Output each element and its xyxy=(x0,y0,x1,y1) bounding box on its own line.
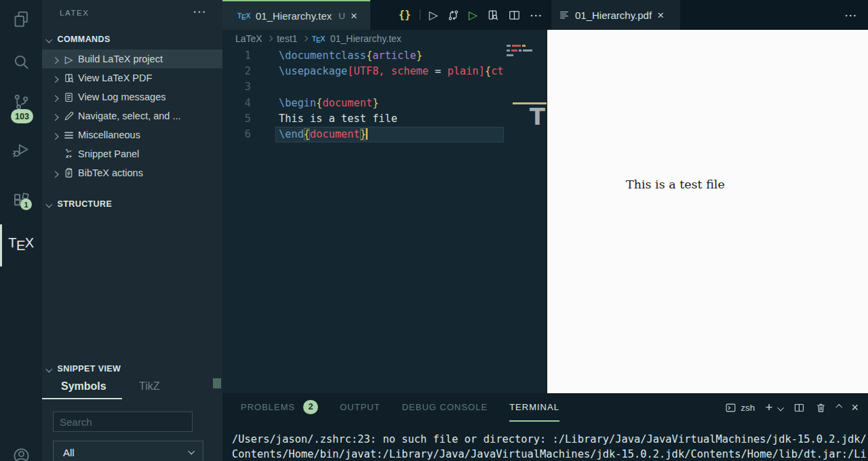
line-number: 5 xyxy=(222,111,251,127)
command-label: Navigate, select, and ... xyxy=(78,111,181,121)
pdf-tab-bar: 01_Hierarchy.pdf × ⋯ xyxy=(547,0,868,30)
active-view-indicator xyxy=(0,224,2,266)
filter-value: All xyxy=(63,447,75,458)
more-actions-icon[interactable]: ⋯ xyxy=(844,0,857,30)
line-number: 6 xyxy=(222,127,251,142)
chevron-right-icon xyxy=(52,133,58,139)
section-snippet-view-label: SNIPPET VIEW xyxy=(58,364,121,374)
run-outline-icon[interactable]: ▷ xyxy=(429,8,438,22)
commands-list: ▷Build LaTeX projectView LaTeX PDFView L… xyxy=(42,49,222,182)
code-line-1[interactable]: 1\documentclass{article} xyxy=(222,48,547,64)
activity-explorer[interactable] xyxy=(0,4,42,37)
command-label: View LaTeX PDF xyxy=(78,73,152,83)
view-pdf-icon[interactable] xyxy=(486,9,499,22)
bottom-panel: PROBLEMS2OUTPUTDEBUG CONSOLETERMINAL zsh… xyxy=(222,393,868,461)
bibtex-icon xyxy=(60,167,78,179)
chevron-right-icon xyxy=(52,114,58,120)
more-actions-icon[interactable]: ⋯ xyxy=(530,7,542,23)
command-item-navigate-select-and[interactable]: Navigate, select, and ... xyxy=(42,106,222,125)
section-commands[interactable]: COMMANDS xyxy=(42,32,222,47)
panel-tab-problems[interactable]: PROBLEMS2 xyxy=(241,393,318,422)
command-item-build-latex-project[interactable]: ▷Build LaTeX project xyxy=(42,49,222,68)
terminal-output[interactable]: /Users/jason/.zshrc:23: no such file or … xyxy=(232,433,867,461)
new-terminal-icon[interactable]: + xyxy=(765,400,772,415)
snippet-filter-dropdown[interactable]: All xyxy=(53,441,203,461)
code-line-5[interactable]: 5This is a test file xyxy=(222,111,547,127)
tab-01-hierarchy-tex[interactable]: TEX 01_Hierarchy.tex U × xyxy=(222,0,370,30)
activity-search[interactable] xyxy=(0,47,42,79)
line-content xyxy=(279,79,285,95)
code-editor[interactable]: 1\documentclass{article}2\usepackage[UTF… xyxy=(222,48,547,142)
account-icon[interactable] xyxy=(0,439,42,461)
terminal-line: Contents/Home/bin/javat:/Library/Java/Ja… xyxy=(232,447,867,461)
terminal-icon xyxy=(725,402,736,414)
active-tab-underline xyxy=(42,398,122,399)
pdf-page[interactable]: This is a test file xyxy=(547,30,868,393)
breadcrumb-folder[interactable]: test1 xyxy=(277,33,297,44)
collapse-panel-icon[interactable] xyxy=(836,404,842,410)
tab-symbols[interactable]: Symbols xyxy=(61,380,106,393)
breadcrumb-file[interactable]: 01_Hierarchy.tex xyxy=(330,33,401,44)
sidebar-more-actions-icon[interactable]: ⋯ xyxy=(193,3,206,20)
activity-run-debug[interactable] xyxy=(0,134,42,167)
view-pdf-icon xyxy=(60,73,78,84)
section-structure[interactable]: STRUCTURE xyxy=(42,197,222,212)
editor-toolbar: {} ▷ ▷ ⋯ xyxy=(399,0,542,30)
tex-file-icon: TEX xyxy=(312,35,325,43)
split-editor-icon[interactable] xyxy=(508,9,521,22)
line-content: \documentclass{article} xyxy=(279,48,422,64)
chevron-down-icon xyxy=(46,36,52,42)
dropdown-chevron-icon[interactable] xyxy=(778,404,784,410)
code-line-6[interactable]: 6\end{document} xyxy=(222,127,547,142)
chevron-right-icon xyxy=(267,36,273,41)
activity-extensions[interactable]: 1 xyxy=(0,186,42,218)
tab-title: 01_Hierarchy.pdf xyxy=(575,9,652,21)
close-icon[interactable]: × xyxy=(657,9,664,21)
minimap[interactable] xyxy=(507,45,536,59)
snippet-search-input[interactable] xyxy=(53,412,193,432)
chevron-down-icon xyxy=(46,365,52,372)
command-item-snippet-panel[interactable]: %-x+Snippet Panel xyxy=(42,144,222,163)
panel-tabs: PROBLEMS2OUTPUTDEBUG CONSOLETERMINAL xyxy=(241,393,559,422)
files-icon xyxy=(12,10,31,31)
chevron-right-icon xyxy=(52,57,58,63)
activity-source-control[interactable]: 103 xyxy=(0,87,42,119)
panel-tab-output[interactable]: OUTPUT xyxy=(340,393,380,422)
section-snippet-view[interactable]: SNIPPET VIEW xyxy=(42,361,222,376)
trash-icon[interactable] xyxy=(815,402,827,414)
close-icon[interactable]: × xyxy=(351,10,357,22)
code-line-4[interactable]: 4\begin{document} xyxy=(222,96,547,111)
shell-selector[interactable]: zsh xyxy=(725,402,755,414)
split-terminal-icon[interactable] xyxy=(793,402,805,414)
code-line-2[interactable]: 2\usepackage[UTF8, scheme = plain]{ct xyxy=(222,64,547,79)
search-icon xyxy=(12,53,31,74)
close-panel-icon[interactable]: × xyxy=(851,401,859,415)
chevron-right-icon xyxy=(302,36,307,41)
toolbar-divider xyxy=(420,9,420,20)
sync-changes-icon[interactable] xyxy=(447,9,460,22)
command-item-bibtex-actions[interactable]: BibTeX actions xyxy=(42,163,222,182)
modified-indicator: U xyxy=(338,11,345,21)
tab-01-hierarchy-pdf[interactable]: 01_Hierarchy.pdf × xyxy=(551,0,680,30)
code-line-3[interactable]: 3 xyxy=(222,79,547,95)
editor-tab-bar: TEX 01_Hierarchy.tex U × {} ▷ ▷ ⋯ xyxy=(222,0,547,30)
command-label: Snippet Panel xyxy=(78,148,139,159)
tex-logo-icon: TEX xyxy=(8,235,33,251)
panel-tab-terminal[interactable]: TERMINAL xyxy=(509,393,559,422)
activity-latex-workshop[interactable]: TEX xyxy=(0,226,42,259)
activity-bar: 1031TEX xyxy=(0,0,42,461)
panel-tab-debug-console[interactable]: DEBUG CONSOLE xyxy=(402,393,488,422)
command-label: View Log messages xyxy=(78,92,166,102)
command-item-view-latex-pdf[interactable]: View LaTeX PDF xyxy=(42,68,222,87)
tab-tikz[interactable]: TikZ xyxy=(139,380,160,393)
braces-icon[interactable]: {} xyxy=(399,9,411,21)
run-green-icon[interactable]: ▷ xyxy=(469,8,477,22)
sidebar-scrollbar-thumb[interactable] xyxy=(213,378,221,388)
breadcrumb-folder[interactable]: LaTeX xyxy=(235,33,262,44)
text-cursor xyxy=(366,128,368,140)
command-item-view-log-messages[interactable]: View Log messages xyxy=(42,87,222,106)
snippet-icon: %-x+ xyxy=(60,148,78,159)
command-item-miscellaneous[interactable]: Miscellaneous xyxy=(42,125,222,144)
line-number: 4 xyxy=(222,96,251,111)
pencil-icon xyxy=(60,111,78,122)
